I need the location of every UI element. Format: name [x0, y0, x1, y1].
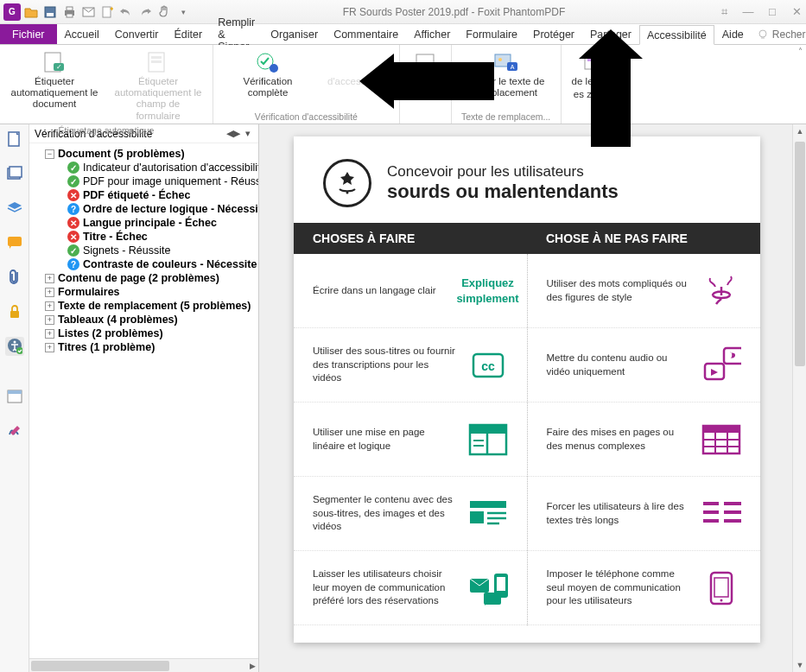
undo-icon[interactable]	[119, 5, 133, 19]
tab-aide[interactable]: Aide	[714, 24, 752, 44]
a11y-tree[interactable]: −Document (5 problèmes) ✓Indicateur d'au…	[29, 143, 258, 658]
scroll-down-icon[interactable]: ▼	[793, 658, 806, 672]
svg-text:cc: cc	[481, 359, 495, 373]
svg-text:A: A	[510, 64, 514, 70]
tab-remplir-signer[interactable]: Remplir & Signer	[210, 24, 263, 44]
tab-organiser[interactable]: Organiser	[263, 24, 326, 44]
tab-commentaire[interactable]: Commentaire	[326, 24, 406, 44]
tree-item[interactable]: ✓Indicateur d'autorisation d'accessibili…	[59, 161, 257, 174]
bookmarks-panel-icon[interactable]	[5, 164, 24, 183]
full-check-button[interactable]: Vérification complète	[220, 48, 315, 100]
fields-panel-icon[interactable]	[5, 387, 24, 406]
a11y-check-panel-icon[interactable]	[5, 337, 24, 356]
quick-access-toolbar: ✦ ▾	[24, 5, 190, 19]
tab-afficher[interactable]: Afficher	[406, 24, 458, 44]
search-input[interactable]	[772, 29, 806, 41]
dont-cell: Forcer les utilisateurs à lire des texte…	[528, 477, 761, 551]
annotation-arrow-1-head	[359, 54, 394, 109]
tab-formulaire[interactable]: Formulaire	[458, 24, 525, 44]
collapse-ribbon-button[interactable]: ˄	[798, 47, 803, 56]
svg-rect-44	[470, 511, 484, 523]
attachments-panel-icon[interactable]	[5, 268, 24, 287]
tree-group[interactable]: +Formulaires	[45, 285, 257, 299]
window-controls: ⌗ — □ ✕	[718, 5, 803, 19]
dont-cell: Utiliser des mots compliqués ou des figu…	[528, 254, 761, 328]
title-bar: G ✦ ▾ FR Sourds Poster 2019.pdf - Foxit …	[0, 0, 806, 24]
sign-panel-icon[interactable]	[5, 422, 24, 441]
autotag-doc-button[interactable]: ✓ Étiqueter automatiquement le document	[7, 48, 102, 112]
redo-icon[interactable]	[138, 5, 152, 19]
viewer-vscroll[interactable]: ▲ ▼	[792, 124, 806, 672]
svg-rect-55	[703, 426, 739, 433]
ribbon-group-label: Texte de remplacem...	[461, 110, 550, 122]
tree-item[interactable]: ✕Titre - Échec	[59, 230, 257, 244]
comments-panel-icon[interactable]	[5, 233, 24, 252]
dont-icon	[701, 271, 741, 311]
ribbon-group-label: Étiquetage automatique	[59, 124, 155, 136]
tab-proteger[interactable]: Protéger	[525, 24, 582, 44]
qat-more-icon[interactable]: ▾	[176, 5, 190, 19]
ribbon-group-tagging: ✓ Étiqueter automatiquement le document …	[0, 45, 213, 124]
security-panel-icon[interactable]	[5, 302, 24, 321]
svg-rect-39	[470, 425, 506, 434]
svg-point-8	[759, 30, 766, 37]
tree-item[interactable]: ✕PDF étiqueté - Échec	[59, 188, 257, 202]
poster-title-1: Concevoir pour les utilisateurs	[387, 163, 619, 181]
svg-rect-43	[470, 501, 506, 508]
pages-panel-icon[interactable]	[5, 130, 24, 149]
ribbon-layout-icon[interactable]: ⌗	[718, 5, 730, 19]
tree-group[interactable]: +Texte de remplacement (5 problèmes)	[45, 299, 257, 313]
annotation-arrow-2	[591, 50, 631, 147]
tab-accessibilite[interactable]: Accessibilité	[639, 25, 714, 45]
tree-item[interactable]: ?Contraste de couleurs - Nécessite	[59, 257, 257, 271]
close-button[interactable]: ✕	[790, 5, 803, 18]
ribbon-group-label: Vérification d'accessibilité	[255, 110, 358, 122]
tree-group[interactable]: +Contenu de page (2 problèmes)	[45, 271, 257, 285]
hand-icon[interactable]	[157, 5, 171, 19]
tree-item[interactable]: ✕Langue principale - Échec	[59, 216, 257, 230]
scroll-up-icon[interactable]: ▲	[793, 124, 806, 138]
tree-item[interactable]: ✓PDF pour image uniquement - Réussite	[59, 174, 257, 188]
scroll-thumb[interactable]	[31, 661, 169, 671]
tree-root[interactable]: −Document (5 problèmes)	[45, 147, 257, 161]
do-icon	[468, 420, 508, 460]
layers-panel-icon[interactable]	[5, 199, 24, 218]
panel-menu-button[interactable]: ▾	[243, 128, 253, 139]
do-cell: Utiliser des sous-titres ou fournir des …	[294, 328, 527, 403]
panel-collapse-button[interactable]: ◀▶	[224, 128, 243, 139]
dont-cell: Mettre du contenu audio ou vidéo uniquem…	[528, 328, 761, 403]
autotag-form-button: Étiqueter automatiquement le champ de fo…	[111, 48, 206, 124]
tree-item[interactable]: ✓Signets - Réussite	[59, 244, 257, 257]
open-icon[interactable]	[24, 5, 38, 19]
svg-point-68	[720, 599, 723, 601]
dont-icon	[701, 420, 741, 460]
bulb-icon	[757, 29, 769, 41]
save-icon[interactable]	[43, 5, 57, 19]
dont-icon	[701, 346, 741, 385]
svg-rect-3	[67, 7, 73, 10]
do-cell: Laisser les utilisateurs choisir leur mo…	[294, 551, 527, 625]
scroll-right-icon[interactable]: ▶	[246, 659, 258, 672]
tab-file[interactable]: Fichier	[0, 24, 57, 44]
main-area: Vérification d'accessibilité ◀▶ ▾ −Docum…	[0, 124, 806, 672]
minimize-button[interactable]: —	[742, 5, 754, 18]
tab-convertir[interactable]: Convertir	[107, 24, 167, 44]
tab-editer[interactable]: Éditer	[167, 24, 211, 44]
tree-group[interactable]: +Titres (1 problème)	[45, 340, 257, 354]
tab-accueil[interactable]: Accueil	[57, 24, 107, 44]
maximize-button[interactable]: □	[766, 5, 778, 18]
poster-logo-icon	[323, 159, 371, 207]
document-viewer[interactable]: Concevoir pour les utilisateurs sourds o…	[259, 124, 806, 672]
tree-item[interactable]: ?Ordre de lecture logique - Nécessite	[59, 202, 257, 216]
tree-group[interactable]: +Listes (2 problèmes)	[45, 326, 257, 340]
search-box[interactable]: 🔍 ▸	[752, 24, 806, 44]
mail-icon[interactable]	[81, 5, 95, 19]
new-icon[interactable]: ✦	[100, 5, 114, 19]
tree-group[interactable]: +Tableaux (4 problèmes)	[45, 313, 257, 326]
print-icon[interactable]	[62, 5, 76, 19]
dont-cell: Faire des mises en pages ou des menus co…	[528, 403, 761, 477]
panel-hscroll[interactable]: ◀ ▶	[29, 658, 258, 672]
svg-text:✓: ✓	[56, 63, 62, 71]
vscroll-thumb[interactable]	[795, 142, 805, 366]
do-icon	[468, 494, 508, 534]
